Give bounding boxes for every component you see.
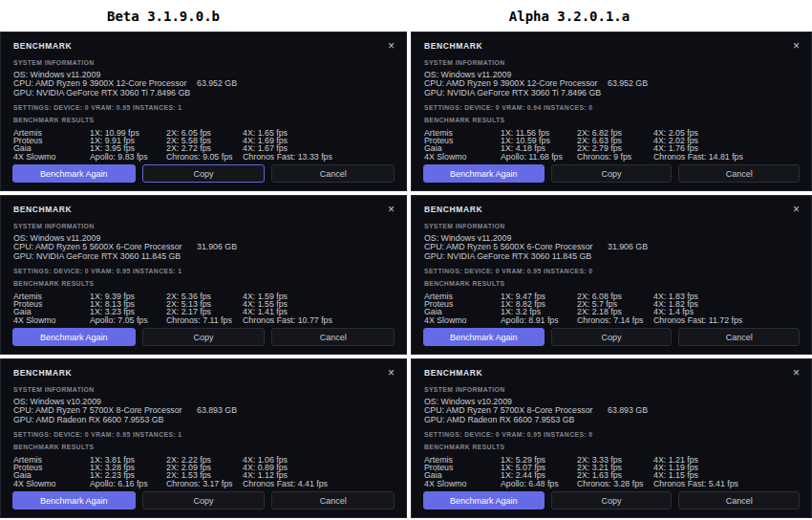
dialog-title: BENCHMARK [13,205,72,214]
fps-apollo: Apollo: 7.05 fps [90,316,166,324]
model-name: 4X Slowmo [424,480,501,488]
fps-apollo: Apollo: 9.83 fps [90,153,166,161]
cpu-text: CPU: AMD Ryzen 5 5600X 6-Core Processor [424,242,593,251]
close-icon[interactable]: × [388,368,395,378]
benchmark-dialog: BENCHMARK × SYSTEM INFORMATION OS: Windo… [411,358,812,518]
model-name: 4X Slowmo [13,480,90,488]
model-name: 4X Slowmo [424,316,501,324]
gpu-line: GPU: NVIDIA GeForce RTX 3060 Ti 7.8496 G… [424,89,799,98]
benchmark-comparison-grid: BENCHMARK × SYSTEM INFORMATION OS: Windo… [0,32,812,518]
benchmark-results-label: BENCHMARK RESULTS [13,117,394,123]
benchmark-dialog: BENCHMARK × SYSTEM INFORMATION OS: Windo… [411,32,812,191]
dialog-buttons: Benchmark Again Copy Cancel [12,164,395,183]
system-information-label: SYSTEM INFORMATION [424,386,799,393]
copy-button[interactable]: Copy [551,164,673,183]
system-information-block: OS: Windows v11.2009 CPU: AMD Ryzen 9 39… [424,71,799,98]
system-information-block: OS: Windows v11.2009 CPU: AMD Ryzen 5 56… [424,234,799,261]
system-information-label: SYSTEM INFORMATION [13,223,394,229]
table-row: 4X Slowmo Apollo: 6.16 fps Chronos: 3.17… [13,480,394,488]
copy-button[interactable]: Copy [551,328,673,346]
dialog-buttons: Benchmark Again Copy Cancel [12,328,395,346]
benchmark-results-label: BENCHMARK RESULTS [13,444,394,450]
alpha-column: BENCHMARK × SYSTEM INFORMATION OS: Windo… [411,32,812,518]
settings-line: SETTINGS: DEVICE: 0 VRAM: 0.95 INSTANCES… [13,431,394,438]
benchmark-again-button[interactable]: Benchmark Again [423,328,545,346]
cancel-button[interactable]: Cancel [678,491,800,509]
settings-line: SETTINGS: DEVICE: 0 VRAM: 0.95 INSTANCES… [424,268,799,274]
cpu-text: CPU: AMD Ryzen 7 5700X 8-Core Processor [424,405,593,415]
dialog-header: BENCHMARK × [13,205,394,214]
cancel-button[interactable]: Cancel [678,164,800,183]
dialog-buttons: Benchmark Again Copy Cancel [423,164,800,183]
close-icon[interactable]: × [793,41,800,51]
copy-button[interactable]: Copy [142,328,266,346]
fps-chronos: Chronos: 3.17 fps [166,480,243,488]
fps-chronos-fast: Chronos Fast: 11.72 fps [653,316,799,324]
gpu-line: GPU: NVIDIA GeForce RTX 3060 Ti 7.8496 G… [13,89,394,98]
benchmark-results-label: BENCHMARK RESULTS [13,280,394,287]
results-table: Artemis 1X: 9.47 fps 2X: 6.08 fps 4X: 1.… [424,292,799,323]
cpu-text: CPU: AMD Ryzen 9 3900X 12-Core Processor [13,78,186,88]
copy-button[interactable]: Copy [142,491,266,509]
benchmark-again-button[interactable]: Benchmark Again [12,491,136,509]
benchmark-dialog: BENCHMARK × SYSTEM INFORMATION OS: Windo… [0,32,407,191]
cpu-line: CPU: AMD Ryzen 9 3900X 12-Core Processor… [424,79,799,88]
benchmark-results-label: BENCHMARK RESULTS [424,280,799,287]
dialog-title: BENCHMARK [13,368,72,378]
dialog-header: BENCHMARK × [424,368,799,378]
model-name: 4X Slowmo [424,153,501,161]
fps-chronos: Chronos: 7.14 fps [577,316,653,324]
gpu-line: GPU: AMD Radeon RX 6600 7.9553 GB [424,416,799,424]
close-icon[interactable]: × [793,368,800,378]
cancel-button[interactable]: Cancel [271,164,395,183]
results-table: Artemis 1X: 9.39 fps 2X: 5.36 fps 4X: 1.… [13,292,394,323]
results-table: Artemis 1X: 11.56 fps 2X: 6.82 fps 4X: 2… [424,129,799,160]
table-row: 4X Slowmo Apollo: 11.68 fps Chronos: 9 f… [424,153,799,161]
dialog-buttons: Benchmark Again Copy Cancel [12,491,395,509]
alpha-title-cell: Alpha 3.2.0.1.a [407,0,812,32]
system-information-label: SYSTEM INFORMATION [13,386,394,393]
beta-title-cell: Beta 3.1.9.0.b [0,0,407,32]
ram-value: 63.952 GB [197,79,237,88]
dialog-header: BENCHMARK × [13,41,394,51]
beta-column: BENCHMARK × SYSTEM INFORMATION OS: Windo… [0,32,407,518]
column-title-beta: Beta 3.1.9.0.b [107,9,220,24]
benchmark-again-button[interactable]: Benchmark Again [423,491,545,509]
benchmark-again-button[interactable]: Benchmark Again [12,328,136,346]
results-table: Artemis 1X: 10.99 fps 2X: 6.05 fps 4X: 1… [13,129,394,160]
settings-line: SETTINGS: DEVICE: 0 VRAM: 0.94 INSTANCES… [424,104,799,111]
system-information-label: SYSTEM INFORMATION [424,223,799,229]
close-icon[interactable]: × [388,205,395,214]
benchmark-again-button[interactable]: Benchmark Again [12,164,136,183]
close-icon[interactable]: × [388,41,395,51]
table-row: 4X Slowmo Apollo: 6.48 fps Chronos: 3.28… [424,480,799,488]
cpu-line: CPU: AMD Ryzen 5 5600X 6-Core Processor … [13,243,394,251]
results-table: Artemis 1X: 5.29 fps 2X: 3.33 fps 4X: 1.… [424,456,799,487]
settings-line: SETTINGS: DEVICE: 0 VRAM: 0.95 INSTANCES… [424,431,799,438]
cpu-text: CPU: AMD Ryzen 5 5600X 6-Core Processor [13,242,182,251]
cpu-line: CPU: AMD Ryzen 9 3900X 12-Core Processor… [13,79,394,88]
dialog-header: BENCHMARK × [424,205,799,214]
ram-value: 31.906 GB [608,243,648,251]
gpu-line: GPU: NVIDIA GeForce RTX 3060 11.845 GB [13,252,394,261]
column-title-alpha: Alpha 3.2.0.1.a [509,9,630,24]
ram-value: 63.893 GB [197,406,237,415]
fps-chronos: Chronos: 7.11 fps [166,316,243,324]
copy-button[interactable]: Copy [142,164,266,183]
cancel-button[interactable]: Cancel [678,328,800,346]
benchmark-again-button[interactable]: Benchmark Again [423,164,545,183]
version-title-bar: Beta 3.1.9.0.b Alpha 3.2.0.1.a [0,0,812,32]
gpu-line: GPU: NVIDIA GeForce RTX 3060 11.845 GB [424,252,799,261]
fps-chronos-fast: Chronos Fast: 13.33 fps [243,153,394,161]
dialog-title: BENCHMARK [424,368,482,378]
cancel-button[interactable]: Cancel [271,491,395,509]
benchmark-dialog: BENCHMARK × SYSTEM INFORMATION OS: Windo… [0,195,407,355]
fps-chronos: Chronos: 3.28 fps [577,480,653,488]
close-icon[interactable]: × [793,205,800,214]
fps-chronos-fast: Chronos Fast: 10.77 fps [243,316,394,324]
copy-button[interactable]: Copy [551,491,673,509]
cancel-button[interactable]: Cancel [271,328,395,346]
fps-apollo: Apollo: 6.16 fps [90,480,166,488]
benchmark-dialog: BENCHMARK × SYSTEM INFORMATION OS: Windo… [0,358,407,518]
fps-chronos: Chronos: 9.05 fps [166,153,243,161]
